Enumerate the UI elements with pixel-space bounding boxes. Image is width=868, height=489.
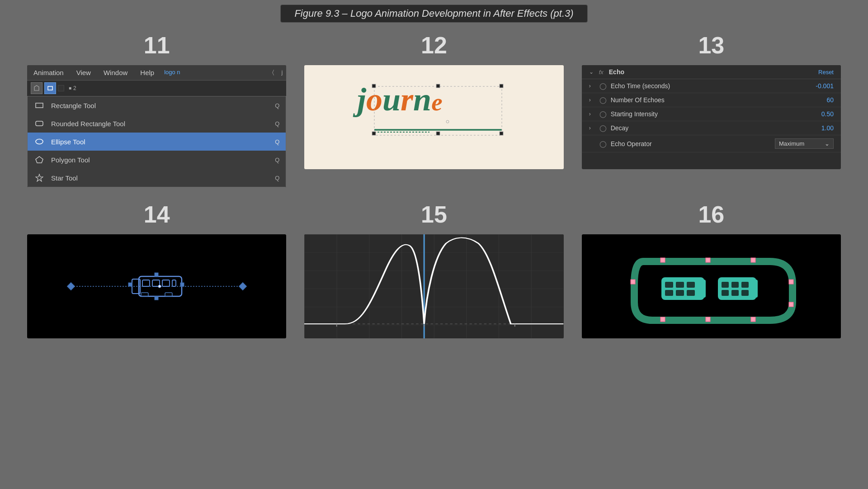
num-echoes-icon: ◯ — [599, 96, 607, 104]
svg-rect-45 — [751, 317, 755, 322]
toolbar-icon-1[interactable] — [31, 82, 42, 94]
panel-11-number: 11 — [144, 32, 170, 59]
svg-rect-22 — [162, 280, 170, 286]
svg-rect-58 — [750, 280, 758, 298]
svg-rect-40 — [660, 258, 665, 262]
menu-window[interactable]: Window — [97, 67, 134, 78]
echo-header-row: ⌄ fx Echo Reset — [582, 65, 841, 79]
start-intensity-value[interactable]: 0.50 — [821, 110, 834, 118]
num-echoes-chevron[interactable]: › — [589, 97, 595, 103]
start-intensity-label: Starting Intensity — [611, 110, 818, 118]
svg-rect-41 — [706, 258, 710, 262]
decay-row: › ◯ Decay 1.00 — [582, 121, 841, 135]
svg-rect-0 — [48, 86, 52, 90]
rounded-rectangle-icon — [34, 118, 45, 129]
toolbar-rectangle-btn[interactable] — [44, 82, 56, 94]
page-title: Figure 9.3 – Logo Animation Development … — [280, 5, 587, 23]
svg-rect-62 — [722, 290, 729, 296]
panel-13: 13 ⌄ fx Echo Reset › ◯ Echo Time (second… — [582, 32, 841, 187]
panel-initial: j — [278, 67, 286, 78]
svg-rect-11 — [372, 132, 376, 135]
panel-14: 14 — [27, 201, 286, 338]
echo-time-value[interactable]: -0.001 — [816, 82, 834, 90]
svg-point-15 — [446, 120, 449, 123]
echo-chevron[interactable]: ⌄ — [589, 69, 595, 75]
svg-marker-5 — [36, 174, 43, 181]
svg-rect-28 — [180, 283, 184, 286]
svg-rect-12 — [500, 132, 503, 135]
collapse-btn[interactable]: 〈 — [269, 67, 278, 78]
reset-button[interactable]: Reset — [818, 69, 834, 76]
svg-rect-64 — [741, 290, 749, 296]
animation-path-svg — [62, 241, 252, 332]
num-echoes-row: › ◯ Number Of Echoes 60 — [582, 93, 841, 107]
svg-rect-20 — [142, 280, 150, 286]
panel-14-number: 14 — [144, 201, 170, 228]
start-intensity-chevron[interactable]: › — [589, 111, 595, 117]
train-svg — [616, 234, 806, 338]
polygon-label: Polygon Tool — [51, 156, 90, 164]
letter-o: o — [366, 81, 382, 119]
layer-number: 2 — [73, 85, 76, 91]
fx-label: fx — [599, 69, 604, 76]
panel-12-number: 12 — [421, 32, 447, 59]
ellipse-shortcut: Q — [275, 138, 279, 145]
panel-16-number: 16 — [698, 201, 724, 228]
toolbar-color-swatch[interactable] — [58, 85, 64, 91]
start-intensity-icon: ◯ — [599, 110, 607, 118]
menu-animation[interactable]: Animation — [27, 67, 70, 78]
svg-rect-29 — [155, 273, 158, 276]
echo-operator-row: › ◯ Echo Operator Maximum ⌄ — [582, 135, 841, 152]
rectangle-shortcut: Q — [275, 102, 279, 109]
svg-rect-43 — [789, 280, 793, 284]
letter-r: r — [401, 81, 413, 119]
panel-11-content: Animation View Window Help logo n 〈 j — [27, 65, 286, 187]
svg-rect-42 — [751, 258, 755, 262]
shape-dropdown: Rectangle Tool Q Rounded Rectangle Tool … — [27, 96, 286, 187]
svg-rect-47 — [660, 317, 665, 322]
svg-rect-30 — [155, 296, 158, 300]
svg-rect-44 — [789, 302, 793, 307]
echo-op-icon: ◯ — [599, 140, 607, 147]
ellipse-icon — [34, 136, 45, 147]
num-echoes-label: Number Of Echoes — [611, 96, 823, 104]
polygon-shortcut: Q — [275, 157, 279, 163]
svg-rect-18 — [239, 283, 246, 290]
letter-u: u — [382, 81, 401, 119]
svg-rect-55 — [676, 290, 684, 296]
num-echoes-value[interactable]: 60 — [826, 96, 834, 104]
svg-rect-50 — [698, 280, 706, 298]
panel-15: 15 — [304, 201, 563, 338]
decay-label: Decay — [611, 124, 818, 132]
ellipse-tool-item[interactable]: Ellipse Tool Q — [28, 133, 286, 151]
svg-rect-52 — [676, 282, 684, 288]
letter-j: j — [357, 81, 366, 119]
decay-value[interactable]: 1.00 — [821, 124, 834, 132]
svg-rect-59 — [722, 282, 729, 288]
panel-15-content — [304, 234, 563, 338]
rectangle-tool-item[interactable]: Rectangle Tool Q — [28, 96, 286, 114]
menu-bar: Animation View Window Help logo n 〈 j — [27, 65, 286, 81]
rounded-rectangle-tool-item[interactable]: Rounded Rectangle Tool Q — [28, 114, 286, 133]
menu-help[interactable]: Help — [134, 67, 160, 78]
echo-time-icon: ◯ — [599, 82, 607, 90]
decay-chevron[interactable]: › — [589, 125, 595, 131]
journe-text: j o u r n e — [357, 81, 511, 119]
star-tool-item[interactable]: Star Tool Q — [28, 169, 286, 187]
svg-rect-14 — [436, 132, 440, 135]
rectangle-label: Rectangle Tool — [51, 102, 96, 109]
echo-title: Echo — [609, 68, 815, 76]
svg-rect-61 — [741, 282, 749, 288]
decay-icon: ◯ — [599, 124, 607, 132]
polygon-tool-item[interactable]: Polygon Tool Q — [28, 151, 286, 169]
svg-rect-60 — [731, 282, 739, 288]
letter-n: n — [413, 81, 431, 119]
letter-e: e — [431, 88, 442, 116]
menu-view[interactable]: View — [70, 67, 97, 78]
echo-time-chevron[interactable]: › — [589, 83, 595, 89]
echo-operator-dropdown[interactable]: Maximum ⌄ — [775, 138, 834, 149]
svg-rect-54 — [665, 290, 673, 296]
star-shortcut: Q — [275, 175, 279, 181]
rectangle-icon — [34, 100, 45, 111]
train-1 — [661, 277, 706, 300]
